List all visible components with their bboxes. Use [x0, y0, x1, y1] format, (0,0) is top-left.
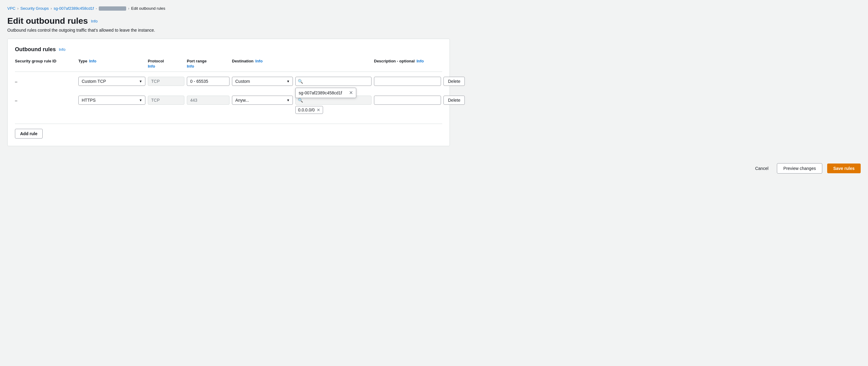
col-header-type: Type Info [78, 59, 145, 68]
type-info-link[interactable]: Info [89, 59, 96, 63]
rule-id-1: – [15, 77, 76, 84]
breadcrumb: VPC › Security Groups › sg-007af2389c458… [7, 6, 450, 11]
col-header-protocol: Protocol Info [148, 59, 184, 68]
col-header-action [443, 59, 474, 68]
rule-1-dropdown-tag: sg-007af2389c458cd1f [299, 91, 346, 95]
desc-info-link[interactable]: Info [416, 59, 424, 63]
page-info-link[interactable]: Info [91, 19, 97, 24]
page-title-row: Edit outbound rules Info [7, 16, 450, 26]
breadcrumb-current: Edit outbound rules [131, 6, 165, 11]
page-description: Outbound rules control the outgoing traf… [7, 28, 450, 33]
rule-1-protocol-input [148, 77, 184, 86]
rule-2-delete-button[interactable]: Delete [443, 96, 465, 105]
footer-bar: Cancel Preview changes Save rules [0, 158, 868, 178]
rule-2-delete-cell: Delete [443, 96, 474, 105]
col-header-search [295, 59, 372, 68]
breadcrumb-sep-2: › [51, 6, 52, 11]
rule-2-type-wrapper: HTTPS Custom TCP Custom UDP HTTP SSH ▼ [78, 96, 145, 105]
preview-button[interactable]: Preview changes [777, 163, 822, 173]
rule-row-2: – HTTPS Custom TCP Custom UDP HTTP SSH ▼ [15, 96, 442, 119]
col-header-id: Security group rule ID [15, 59, 76, 68]
col-header-desc: Description - optional Info [374, 59, 441, 68]
rule-2-port-input [187, 96, 229, 105]
card-title-row: Outbound rules Info [15, 46, 442, 53]
rule-2-tag-close[interactable]: ✕ [317, 107, 320, 112]
rule-1-dest-wrapper: Custom Anywhere-IPv4 Anywhere-IPv6 My IP… [232, 77, 293, 86]
rule-1-search-input[interactable] [295, 77, 372, 86]
rule-2-desc-input[interactable] [374, 96, 441, 105]
rule-2-search-cell: 🔍 0.0.0.0/0 ✕ [295, 96, 372, 114]
rule-1-desc-input[interactable] [374, 77, 441, 86]
dest-info-link[interactable]: Info [255, 59, 263, 63]
breadcrumb-sg-id[interactable]: sg-007af2389c458cd1f [54, 6, 94, 11]
rule-2-dest-wrapper: Anyw... Custom My IP ▼ [232, 96, 293, 105]
rule-1-dest-select[interactable]: Custom Anywhere-IPv4 Anywhere-IPv6 My IP [232, 77, 293, 86]
rule-1-search-cell: 🔍 sg-007af2389c458cd1f ✕ [295, 77, 372, 86]
rule-1-type-select[interactable]: Custom TCP Custom UDP HTTPS HTTP SSH [78, 77, 145, 86]
rule-2-tag-item: 0.0.0.0/0 ✕ [295, 106, 323, 114]
breadcrumb-vpc[interactable]: VPC [7, 6, 16, 11]
protocol-info-link[interactable]: Info [148, 64, 155, 68]
breadcrumb-masked [99, 6, 126, 11]
rule-2-tag-text: 0.0.0.0/0 [298, 107, 315, 112]
rule-1-protocol-cell [148, 77, 184, 86]
port-info-link[interactable]: Info [187, 64, 194, 68]
rule-2-dest-select[interactable]: Anyw... Custom My IP [232, 96, 293, 105]
card-info-link[interactable]: Info [59, 47, 65, 52]
rule-1-dest-cell: Custom Anywhere-IPv4 Anywhere-IPv6 My IP… [232, 77, 293, 86]
breadcrumb-sep-4: › [128, 6, 129, 11]
rule-id-2: – [15, 96, 76, 103]
breadcrumb-sep-1: › [18, 6, 19, 11]
rule-1-dropdown-popup: sg-007af2389c458cd1f ✕ [295, 88, 356, 98]
rule-1-dest-select-wrapper: Custom Anywhere-IPv4 Anywhere-IPv6 My IP… [232, 77, 293, 86]
rule-1-dropdown-close[interactable]: ✕ [349, 91, 353, 95]
breadcrumb-sep-3: - [96, 6, 97, 11]
card-divider [15, 124, 442, 124]
page-title: Edit outbound rules [7, 16, 88, 26]
rule-1-type-wrapper: Custom TCP Custom UDP HTTPS HTTP SSH ▼ [78, 77, 145, 86]
col-header-port: Port range Info [187, 59, 229, 68]
card-title: Outbound rules [15, 46, 56, 53]
rule-1-delete-cell: Delete [443, 77, 474, 86]
breadcrumb-security-groups[interactable]: Security Groups [21, 6, 49, 11]
save-button[interactable]: Save rules [827, 164, 861, 173]
rule-1-desc-cell [374, 77, 441, 86]
cancel-button[interactable]: Cancel [751, 164, 772, 173]
rule-1-search-wrapper: 🔍 [295, 77, 372, 86]
rule-1-port-cell [187, 77, 229, 86]
rule-2-desc-cell [374, 96, 441, 105]
rule-2-type-select[interactable]: HTTPS Custom TCP Custom UDP HTTP SSH [78, 96, 145, 105]
rule-1-port-input[interactable] [187, 77, 229, 86]
add-rule-button[interactable]: Add rule [15, 129, 43, 138]
rule-2-protocol-input [148, 96, 184, 105]
rule-1-delete-button[interactable]: Delete [443, 77, 465, 86]
rule-2-port-cell [187, 96, 229, 105]
outbound-rules-card: Outbound rules Info Security group rule … [7, 39, 450, 146]
rule-row-1: – Custom TCP Custom UDP HTTPS HTTP SSH ▼ [15, 77, 442, 91]
rule-2-protocol-cell [148, 96, 184, 105]
page-container: VPC › Security Groups › sg-007af2389c458… [0, 0, 457, 158]
table-header-row: Security group rule ID Type Info Protoco… [15, 59, 442, 72]
col-header-dest: Destination Info [232, 59, 293, 68]
rule-2-dest-cell: Anyw... Custom My IP ▼ [232, 96, 293, 105]
